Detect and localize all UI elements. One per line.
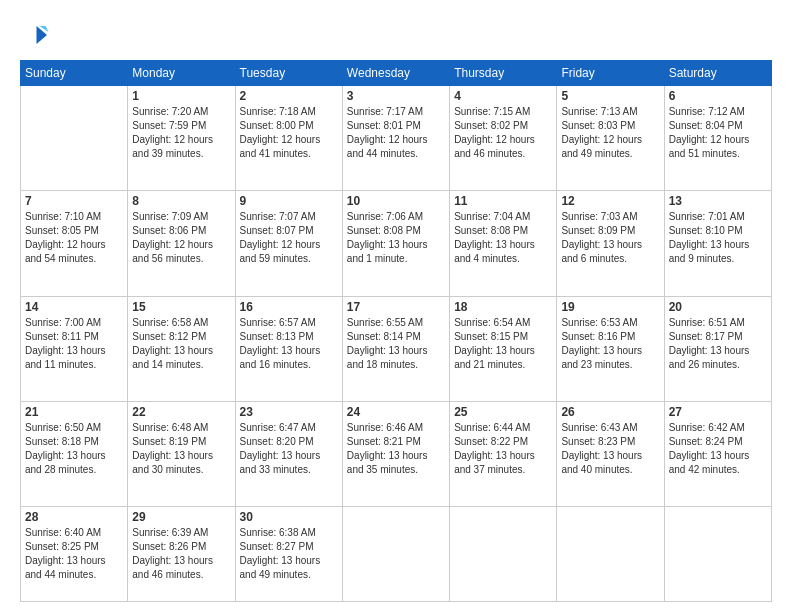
- day-info: Sunrise: 6:50 AMSunset: 8:18 PMDaylight:…: [25, 421, 123, 477]
- calendar-cell: 19Sunrise: 6:53 AMSunset: 8:16 PMDayligh…: [557, 296, 664, 401]
- day-number: 14: [25, 300, 123, 314]
- calendar-cell: 27Sunrise: 6:42 AMSunset: 8:24 PMDayligh…: [664, 402, 771, 507]
- day-info: Sunrise: 6:48 AMSunset: 8:19 PMDaylight:…: [132, 421, 230, 477]
- calendar-cell: 4Sunrise: 7:15 AMSunset: 8:02 PMDaylight…: [450, 86, 557, 191]
- day-info: Sunrise: 7:06 AMSunset: 8:08 PMDaylight:…: [347, 210, 445, 266]
- day-info: Sunrise: 6:54 AMSunset: 8:15 PMDaylight:…: [454, 316, 552, 372]
- calendar-cell: 13Sunrise: 7:01 AMSunset: 8:10 PMDayligh…: [664, 191, 771, 296]
- header-friday: Friday: [557, 61, 664, 86]
- day-info: Sunrise: 6:53 AMSunset: 8:16 PMDaylight:…: [561, 316, 659, 372]
- day-number: 5: [561, 89, 659, 103]
- day-info: Sunrise: 6:44 AMSunset: 8:22 PMDaylight:…: [454, 421, 552, 477]
- day-info: Sunrise: 7:00 AMSunset: 8:11 PMDaylight:…: [25, 316, 123, 372]
- day-info: Sunrise: 6:47 AMSunset: 8:20 PMDaylight:…: [240, 421, 338, 477]
- day-number: 12: [561, 194, 659, 208]
- calendar-cell: 3Sunrise: 7:17 AMSunset: 8:01 PMDaylight…: [342, 86, 449, 191]
- calendar-cell: 30Sunrise: 6:38 AMSunset: 8:27 PMDayligh…: [235, 507, 342, 602]
- header-monday: Monday: [128, 61, 235, 86]
- day-info: Sunrise: 7:20 AMSunset: 7:59 PMDaylight:…: [132, 105, 230, 161]
- calendar-cell: [664, 507, 771, 602]
- day-number: 15: [132, 300, 230, 314]
- calendar-cell: 16Sunrise: 6:57 AMSunset: 8:13 PMDayligh…: [235, 296, 342, 401]
- day-info: Sunrise: 6:58 AMSunset: 8:12 PMDaylight:…: [132, 316, 230, 372]
- day-info: Sunrise: 7:03 AMSunset: 8:09 PMDaylight:…: [561, 210, 659, 266]
- day-info: Sunrise: 7:10 AMSunset: 8:05 PMDaylight:…: [25, 210, 123, 266]
- day-number: 13: [669, 194, 767, 208]
- page: SundayMondayTuesdayWednesdayThursdayFrid…: [0, 0, 792, 612]
- day-info: Sunrise: 7:12 AMSunset: 8:04 PMDaylight:…: [669, 105, 767, 161]
- calendar-cell: 2Sunrise: 7:18 AMSunset: 8:00 PMDaylight…: [235, 86, 342, 191]
- day-number: 8: [132, 194, 230, 208]
- calendar-cell: 20Sunrise: 6:51 AMSunset: 8:17 PMDayligh…: [664, 296, 771, 401]
- calendar-cell: [557, 507, 664, 602]
- day-number: 1: [132, 89, 230, 103]
- calendar-cell: 25Sunrise: 6:44 AMSunset: 8:22 PMDayligh…: [450, 402, 557, 507]
- day-number: 18: [454, 300, 552, 314]
- day-number: 26: [561, 405, 659, 419]
- day-number: 11: [454, 194, 552, 208]
- day-info: Sunrise: 6:42 AMSunset: 8:24 PMDaylight:…: [669, 421, 767, 477]
- day-number: 22: [132, 405, 230, 419]
- day-number: 29: [132, 510, 230, 524]
- calendar-cell: 9Sunrise: 7:07 AMSunset: 8:07 PMDaylight…: [235, 191, 342, 296]
- calendar-cell: 26Sunrise: 6:43 AMSunset: 8:23 PMDayligh…: [557, 402, 664, 507]
- day-info: Sunrise: 7:09 AMSunset: 8:06 PMDaylight:…: [132, 210, 230, 266]
- header: [20, 20, 772, 50]
- calendar-week-2: 7Sunrise: 7:10 AMSunset: 8:05 PMDaylight…: [21, 191, 772, 296]
- day-info: Sunrise: 6:39 AMSunset: 8:26 PMDaylight:…: [132, 526, 230, 582]
- calendar-week-3: 14Sunrise: 7:00 AMSunset: 8:11 PMDayligh…: [21, 296, 772, 401]
- day-number: 21: [25, 405, 123, 419]
- calendar-week-4: 21Sunrise: 6:50 AMSunset: 8:18 PMDayligh…: [21, 402, 772, 507]
- calendar-cell: 1Sunrise: 7:20 AMSunset: 7:59 PMDaylight…: [128, 86, 235, 191]
- calendar-cell: [21, 86, 128, 191]
- day-info: Sunrise: 6:43 AMSunset: 8:23 PMDaylight:…: [561, 421, 659, 477]
- day-number: 3: [347, 89, 445, 103]
- header-saturday: Saturday: [664, 61, 771, 86]
- calendar-cell: 12Sunrise: 7:03 AMSunset: 8:09 PMDayligh…: [557, 191, 664, 296]
- day-number: 23: [240, 405, 338, 419]
- header-tuesday: Tuesday: [235, 61, 342, 86]
- day-info: Sunrise: 7:04 AMSunset: 8:08 PMDaylight:…: [454, 210, 552, 266]
- calendar-cell: 11Sunrise: 7:04 AMSunset: 8:08 PMDayligh…: [450, 191, 557, 296]
- calendar-cell: 23Sunrise: 6:47 AMSunset: 8:20 PMDayligh…: [235, 402, 342, 507]
- calendar-cell: 10Sunrise: 7:06 AMSunset: 8:08 PMDayligh…: [342, 191, 449, 296]
- day-info: Sunrise: 6:40 AMSunset: 8:25 PMDaylight:…: [25, 526, 123, 582]
- day-info: Sunrise: 7:13 AMSunset: 8:03 PMDaylight:…: [561, 105, 659, 161]
- calendar-cell: 6Sunrise: 7:12 AMSunset: 8:04 PMDaylight…: [664, 86, 771, 191]
- header-wednesday: Wednesday: [342, 61, 449, 86]
- day-info: Sunrise: 7:18 AMSunset: 8:00 PMDaylight:…: [240, 105, 338, 161]
- calendar-cell: 24Sunrise: 6:46 AMSunset: 8:21 PMDayligh…: [342, 402, 449, 507]
- header-thursday: Thursday: [450, 61, 557, 86]
- day-number: 9: [240, 194, 338, 208]
- calendar-cell: 8Sunrise: 7:09 AMSunset: 8:06 PMDaylight…: [128, 191, 235, 296]
- day-number: 19: [561, 300, 659, 314]
- day-info: Sunrise: 6:57 AMSunset: 8:13 PMDaylight:…: [240, 316, 338, 372]
- calendar-cell: 28Sunrise: 6:40 AMSunset: 8:25 PMDayligh…: [21, 507, 128, 602]
- day-number: 10: [347, 194, 445, 208]
- day-info: Sunrise: 7:17 AMSunset: 8:01 PMDaylight:…: [347, 105, 445, 161]
- calendar-table: SundayMondayTuesdayWednesdayThursdayFrid…: [20, 60, 772, 602]
- day-number: 17: [347, 300, 445, 314]
- calendar-header-row: SundayMondayTuesdayWednesdayThursdayFrid…: [21, 61, 772, 86]
- calendar-cell: [342, 507, 449, 602]
- calendar-week-5: 28Sunrise: 6:40 AMSunset: 8:25 PMDayligh…: [21, 507, 772, 602]
- calendar-cell: [450, 507, 557, 602]
- calendar-cell: 5Sunrise: 7:13 AMSunset: 8:03 PMDaylight…: [557, 86, 664, 191]
- day-info: Sunrise: 7:01 AMSunset: 8:10 PMDaylight:…: [669, 210, 767, 266]
- day-number: 28: [25, 510, 123, 524]
- calendar-cell: 22Sunrise: 6:48 AMSunset: 8:19 PMDayligh…: [128, 402, 235, 507]
- day-number: 4: [454, 89, 552, 103]
- day-number: 27: [669, 405, 767, 419]
- day-number: 7: [25, 194, 123, 208]
- calendar-cell: 29Sunrise: 6:39 AMSunset: 8:26 PMDayligh…: [128, 507, 235, 602]
- calendar-cell: 17Sunrise: 6:55 AMSunset: 8:14 PMDayligh…: [342, 296, 449, 401]
- day-number: 16: [240, 300, 338, 314]
- day-number: 6: [669, 89, 767, 103]
- day-info: Sunrise: 6:51 AMSunset: 8:17 PMDaylight:…: [669, 316, 767, 372]
- logo-icon: [20, 20, 50, 50]
- calendar-week-1: 1Sunrise: 7:20 AMSunset: 7:59 PMDaylight…: [21, 86, 772, 191]
- day-info: Sunrise: 6:38 AMSunset: 8:27 PMDaylight:…: [240, 526, 338, 582]
- calendar-cell: 14Sunrise: 7:00 AMSunset: 8:11 PMDayligh…: [21, 296, 128, 401]
- day-info: Sunrise: 7:15 AMSunset: 8:02 PMDaylight:…: [454, 105, 552, 161]
- day-number: 24: [347, 405, 445, 419]
